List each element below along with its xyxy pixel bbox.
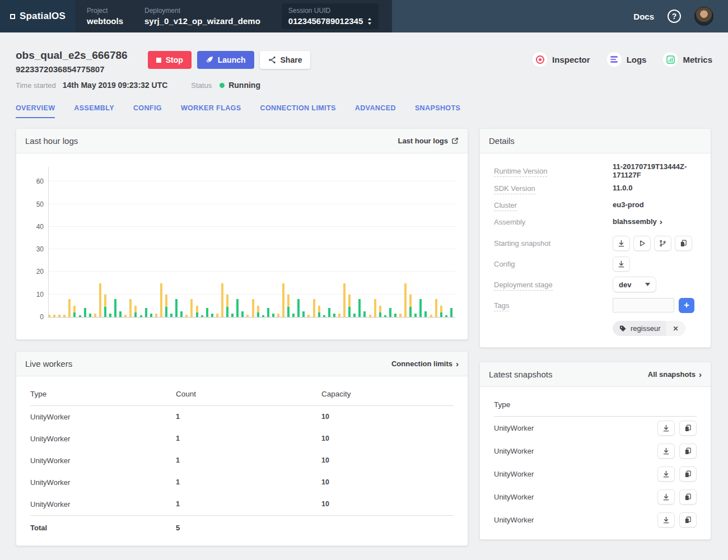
stop-button[interactable]: Stop: [148, 51, 192, 69]
snapshot-download-button[interactable]: [613, 236, 630, 251]
bar-green: [445, 315, 447, 317]
bar-green: [140, 315, 142, 317]
avatar[interactable]: [694, 7, 713, 26]
bar-yellow: [48, 315, 50, 317]
bar-green: [333, 314, 335, 317]
bar-green: [226, 307, 228, 317]
bar-green: [297, 299, 300, 317]
y-tick-label: 60: [24, 178, 44, 185]
copy-button[interactable]: [679, 466, 697, 482]
all-snapshots-link[interactable]: All snapshots ›: [648, 370, 702, 379]
bar-green: [272, 314, 274, 317]
bar-green: [241, 311, 244, 317]
quick-links: Inspector Logs Metrics: [533, 52, 712, 67]
bar-yellow: [343, 283, 346, 317]
cell-count: 1: [176, 413, 321, 421]
snapshot-play-button[interactable]: [633, 236, 651, 251]
docs-link[interactable]: Docs: [633, 12, 654, 21]
bar-green: [211, 314, 213, 317]
y-tick-label: 10: [24, 291, 44, 298]
assembly-link[interactable]: blahssembly ›: [613, 217, 662, 226]
y-axis: [48, 167, 49, 317]
bar-green: [287, 307, 290, 317]
inspector-link[interactable]: Inspector: [533, 52, 590, 67]
metrics-link[interactable]: Metrics: [663, 52, 712, 67]
bar-green: [145, 308, 147, 317]
cell-type: UnityWorker: [30, 435, 176, 443]
bar-green: [323, 315, 325, 317]
logs-chart: 0102030405060: [16, 153, 468, 339]
snapshot-branch-button[interactable]: [654, 236, 671, 251]
cell-count: 1: [176, 500, 321, 508]
connection-limits-link[interactable]: Connection limits ›: [391, 360, 459, 368]
download-button[interactable]: [657, 512, 675, 528]
branch-icon: [659, 240, 666, 247]
cell-capacity: 10: [321, 500, 454, 508]
copy-icon: [684, 424, 692, 432]
page-title: obs_qual_e2s_666786: [16, 49, 128, 62]
column-type: Type: [494, 400, 510, 409]
snapshot-actions: [657, 421, 697, 436]
tab-snapshots[interactable]: SNAPSHOTS: [415, 104, 460, 118]
spatialos-logo[interactable]: SpatialOS: [0, 0, 76, 32]
bar-green: [328, 308, 330, 317]
play-icon: [638, 240, 646, 247]
sdk-version-label: SDK Version: [494, 183, 613, 193]
snapshot-copy-button[interactable]: [675, 236, 692, 251]
list-item: UnityWorker: [494, 417, 697, 440]
tab-assembly[interactable]: ASSEMBLY: [74, 104, 114, 118]
cell-type: UnityWorker: [30, 478, 176, 487]
bar-green: [231, 314, 234, 317]
logs-link[interactable]: Logs: [607, 52, 647, 67]
download-button[interactable]: [657, 421, 675, 436]
session-uuid-selector[interactable]: Session UUID 0123456789012345: [282, 3, 379, 29]
bar-yellow: [134, 306, 137, 312]
action-buttons: Stop Launch Share: [148, 51, 311, 69]
spatialos-logo-text: SpatialOS: [20, 11, 66, 22]
bar-green: [394, 314, 396, 317]
deployment-stage-select[interactable]: dev: [613, 277, 656, 292]
external-link-icon: [451, 137, 459, 144]
y-tick-label: 0: [24, 313, 44, 321]
share-button[interactable]: Share: [260, 51, 311, 69]
launch-button[interactable]: Launch: [197, 51, 254, 69]
copy-button[interactable]: [679, 421, 697, 436]
deployment-value: syrj_0_v12_op_wizard_demo: [144, 16, 260, 26]
copy-button[interactable]: [679, 444, 697, 459]
copy-button[interactable]: [679, 489, 697, 505]
tags-label: Tags: [494, 300, 613, 310]
runtime-version-label: Runtime Version: [494, 166, 613, 176]
table-row: UnityWorker110: [30, 472, 454, 493]
list-item: UnityWorker: [494, 463, 697, 486]
add-tag-button[interactable]: +: [679, 298, 694, 313]
tab-worker-flags[interactable]: WORKER FLAGS: [181, 104, 241, 118]
download-button[interactable]: [657, 444, 675, 459]
help-icon[interactable]: ?: [668, 10, 681, 23]
bar-green: [358, 299, 361, 317]
bar-yellow: [348, 295, 351, 307]
last-hour-logs-link[interactable]: Last hour logs: [398, 137, 459, 145]
cell-capacity: 10: [321, 435, 454, 443]
tab-connection-limits[interactable]: CONNECTION LIMITS: [260, 104, 335, 118]
copy-button[interactable]: [679, 512, 697, 528]
latest-snapshots-rows: UnityWorker UnityWorker UnityWorker Un: [494, 417, 697, 531]
title-block: obs_qual_e2s_666786 9223372036854775807: [16, 49, 128, 74]
download-button[interactable]: [657, 489, 675, 505]
copy-icon: [684, 516, 692, 524]
tab-config[interactable]: CONFIG: [133, 104, 162, 118]
cell-capacity: 10: [321, 478, 454, 487]
tab-overview[interactable]: OVERVIEW: [16, 104, 55, 118]
y-tick-label: 20: [24, 268, 44, 276]
tab-advanced[interactable]: ADVANCED: [355, 104, 396, 118]
cell-count: 1: [176, 456, 321, 465]
snapshot-type: UnityWorker: [494, 516, 534, 524]
gridline: [49, 204, 455, 204]
live-workers-panel: Live workers Connection limits › Type Co…: [16, 351, 468, 546]
bar-yellow: [404, 283, 407, 317]
config-download-button[interactable]: [613, 256, 630, 272]
download-button[interactable]: [657, 466, 675, 482]
bar-green: [292, 314, 295, 317]
remove-tag-button[interactable]: ✕: [666, 321, 685, 336]
project-label: Project: [87, 7, 123, 15]
tag-input[interactable]: [613, 298, 674, 312]
